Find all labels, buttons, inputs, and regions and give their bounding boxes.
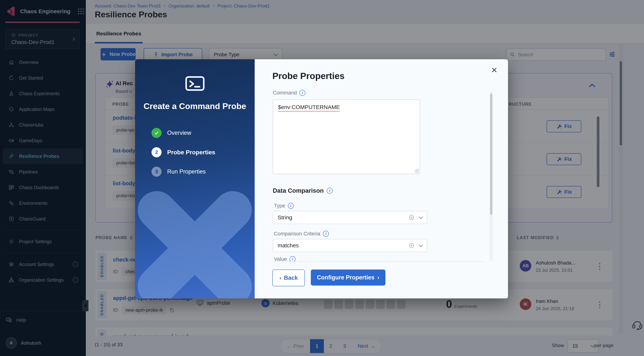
type-value: String (278, 214, 292, 221)
chevron-down-icon (419, 215, 423, 219)
info-icon[interactable]: i (327, 188, 333, 194)
terminal-icon (184, 74, 206, 92)
configure-label: Configure Properties (317, 274, 374, 281)
info-icon[interactable]: i (290, 256, 296, 262)
back-label: Back (284, 275, 298, 281)
step-probe-properties[interactable]: 2 Probe Properties (152, 147, 215, 157)
wizard-title: Create a Command Probe (135, 101, 255, 111)
modal-footer: ‹ Back Configure Properties › (272, 270, 386, 286)
configure-properties-button[interactable]: Configure Properties › (311, 270, 386, 286)
comparison-criteria-select[interactable]: matches (273, 239, 427, 252)
command-value: $env:COMPUTERNAME (278, 104, 340, 110)
chevron-down-icon (419, 243, 423, 247)
type-select[interactable]: String (273, 211, 427, 224)
command-field-label: Commandi (273, 90, 306, 96)
step-overview[interactable]: Overview (152, 128, 215, 138)
chevron-left-icon: ‹ (280, 275, 281, 281)
close-icon[interactable]: ✕ (491, 66, 498, 75)
data-comparison-heading: Data Comparisoni (273, 187, 333, 194)
step-number: 2 (152, 147, 162, 157)
info-icon[interactable]: i (323, 231, 329, 237)
wizard-panel: Create a Command Probe Overview 2 Probe … (135, 59, 255, 298)
info-icon[interactable]: i (300, 90, 306, 96)
criteria-field-label: Comparison Criteriai (274, 231, 329, 237)
harness-watermark (135, 175, 255, 298)
info-icon[interactable]: i (288, 203, 294, 209)
step-done-check-icon (152, 128, 162, 138)
back-button[interactable]: ‹ Back (272, 270, 305, 286)
step-label: Probe Properties (167, 149, 215, 156)
step-run-properties[interactable]: 3 Run Properties (152, 167, 215, 177)
app-root: Chaos Engineering PROJECT Chaos-Dev-Prod… (0, 0, 644, 356)
probe-properties-panel: ✕ Probe Properties Commandi $env:COMPUTE… (255, 59, 508, 298)
clear-icon[interactable] (408, 243, 414, 249)
step-number: 3 (152, 167, 162, 177)
wizard-steps: Overview 2 Probe Properties 3 Run Proper… (152, 128, 215, 177)
command-textarea[interactable]: $env:COMPUTERNAME (273, 99, 420, 174)
modal-scroll-area: Commandi $env:COMPUTERNAME Data Comparis… (272, 89, 485, 262)
modal-title: Probe Properties (272, 71, 344, 81)
criteria-value: matches (278, 242, 299, 249)
modal-scrollbar-thumb[interactable] (490, 94, 492, 215)
value-field-label: Valuei (274, 256, 296, 262)
modal-scrollbar[interactable] (490, 91, 493, 261)
create-command-probe-modal: Create a Command Probe Overview 2 Probe … (135, 59, 508, 298)
resize-handle[interactable] (415, 169, 419, 173)
type-field-label: Typei (274, 203, 294, 209)
clear-icon[interactable] (408, 215, 414, 221)
step-label: Run Properties (167, 168, 206, 175)
chevron-right-icon: › (378, 274, 379, 281)
step-label: Overview (167, 130, 191, 136)
